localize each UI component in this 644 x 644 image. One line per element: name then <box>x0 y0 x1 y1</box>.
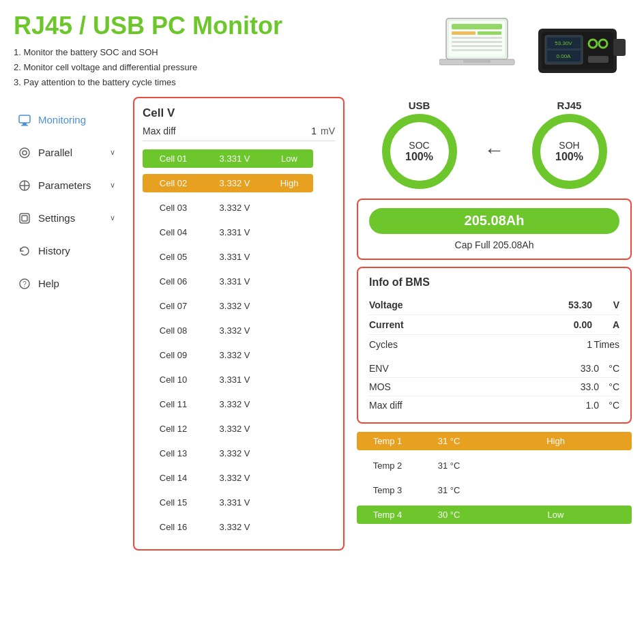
table-row: Cell 043.331 V <box>143 222 335 244</box>
cell-status: High <box>265 174 313 192</box>
temp-name: Temp 3 <box>357 481 418 499</box>
sidebar-item-help[interactable]: ? Help <box>7 267 126 300</box>
temp-value: 31 °C <box>418 432 480 450</box>
cell-voltage: 3.332 V <box>204 518 265 536</box>
header-points: 1. Monitor the battery SOC and SOH2. Mon… <box>14 45 282 90</box>
battery-device-icon: 53.30V 0.00A <box>535 15 630 76</box>
bms-row-unit: Times <box>592 339 619 350</box>
cell-name: Cell 05 <box>143 248 204 266</box>
table-row: Cell 023.332 VHigh <box>143 173 335 194</box>
sidebar-item-history[interactable]: History <box>7 235 126 267</box>
table-row: Cell 053.331 V <box>143 246 335 268</box>
bms-row: Cycles1Times <box>369 335 619 354</box>
temp-row: Temp 131 °CHigh <box>357 430 632 452</box>
env-unit: °C <box>599 363 619 374</box>
sidebar-item-parameters[interactable]: Parameters ∨ <box>7 169 126 202</box>
soc-label: SOC <box>409 140 429 151</box>
table-row: Cell 013.331 VLow <box>143 148 335 170</box>
temp-status: High <box>480 432 632 450</box>
svg-rect-4 <box>478 31 501 35</box>
table-row: Cell 113.332 V <box>143 394 335 415</box>
table-row: Cell 073.332 V <box>143 295 335 317</box>
sidebar: Monitoring Parallel ∨ Parameters ∨ Setti… <box>7 97 126 551</box>
svg-rect-22 <box>19 115 30 123</box>
cell-name: Cell 06 <box>143 272 204 291</box>
sidebar-item-parallel[interactable]: Parallel ∨ <box>7 136 126 169</box>
svg-rect-7 <box>452 45 502 47</box>
bms-row: Current0.00A <box>369 315 619 335</box>
env-row: ENV33.0°C <box>369 360 619 378</box>
soc-value: 100% <box>405 151 433 163</box>
usb-label: USB <box>409 100 430 111</box>
cell-voltage: 3.332 V <box>204 420 265 438</box>
capacity-panel: 205.08Ah Cap Full 205.08Ah <box>357 199 632 260</box>
cell-maxdiff-row: Max diff 1 mV <box>143 126 335 141</box>
bms-row-value: 1 <box>551 339 592 350</box>
cell-voltage: 3.332 V <box>204 174 265 192</box>
cell-name: Cell 11 <box>143 395 204 413</box>
env-unit: °C <box>599 381 619 392</box>
svg-rect-8 <box>452 49 502 51</box>
temp-row: Temp 231 °C <box>357 455 632 477</box>
svg-point-25 <box>20 148 29 158</box>
bms-panel: Info of BMS Voltage53.30VCurrent0.00ACyc… <box>357 267 632 424</box>
svg-rect-30 <box>20 214 29 223</box>
svg-rect-3 <box>452 31 475 35</box>
usb-rj45-section: USB SOC 100% ← RJ45 SOH 100% <box>357 97 632 189</box>
cell-name: Cell 08 <box>143 321 204 340</box>
env-label: ENV <box>369 363 558 374</box>
cell-voltage: 3.331 V <box>204 223 265 241</box>
soc-gauge: SOC 100% <box>382 114 457 189</box>
table-row: Cell 083.332 V <box>143 320 335 342</box>
cell-voltage: 3.332 V <box>204 297 265 315</box>
cell-voltage: 3.332 V <box>204 395 265 413</box>
soh-value: 100% <box>555 151 583 163</box>
temp-name: Temp 4 <box>357 506 418 524</box>
sidebar-parallel-label: Parallel <box>38 147 72 158</box>
sidebar-item-settings[interactable]: Settings ∨ <box>7 202 126 235</box>
table-row: Cell 133.332 V <box>143 443 335 465</box>
svg-rect-12 <box>613 39 626 56</box>
cell-name: Cell 15 <box>143 493 204 512</box>
soh-gauge: SOH 100% <box>532 114 607 189</box>
cell-name: Cell 16 <box>143 518 204 536</box>
svg-rect-24 <box>21 125 28 126</box>
right-panel: USB SOC 100% ← RJ45 SOH 100% 205.08Ah Ca… <box>351 97 637 551</box>
sidebar-item-monitoring[interactable]: Monitoring <box>7 104 126 136</box>
temp-section: Temp 131 °CHighTemp 231 °CTemp 331 °CTem… <box>357 430 632 526</box>
parallel-arrow: ∨ <box>110 148 115 157</box>
temp-row: Temp 430 °CLow <box>357 504 632 526</box>
table-row: Cell 163.332 V <box>143 516 335 538</box>
cell-name: Cell 03 <box>143 199 204 217</box>
temp-status: Low <box>480 506 632 524</box>
table-row: Cell 143.332 V <box>143 467 335 489</box>
cell-voltage: 3.332 V <box>204 199 265 217</box>
env-value: 33.0 <box>558 381 599 392</box>
sidebar-parameters-label: Parameters <box>38 179 91 191</box>
cap-full: Cap Full 205.08Ah <box>369 239 619 250</box>
help-icon: ? <box>18 277 31 291</box>
svg-point-26 <box>23 151 27 155</box>
cell-voltage: 3.332 V <box>204 346 265 364</box>
svg-text:53.30V: 53.30V <box>555 40 572 46</box>
header-left: RJ45 / USB PC Monitor 1. Monitor the bat… <box>14 12 282 90</box>
cell-name: Cell 14 <box>143 469 204 487</box>
cell-maxdiff-label: Max diff <box>143 126 311 136</box>
bms-row-value: 53.30 <box>551 299 592 310</box>
cell-voltage: 3.331 V <box>204 248 265 266</box>
soh-label: SOH <box>559 140 579 151</box>
env-row: MOS33.0°C <box>369 378 619 396</box>
table-row: Cell 153.331 V <box>143 492 335 514</box>
temp-value: 31 °C <box>418 481 480 499</box>
cells-container: Cell 013.331 VLowCell 023.332 VHighCell … <box>143 148 335 538</box>
cell-voltage: 3.332 V <box>204 321 265 340</box>
cell-panel-title: Cell V <box>143 106 335 120</box>
cell-panel: Cell V Max diff 1 mV Cell 013.331 VLowCe… <box>133 97 345 551</box>
cell-voltage: 3.331 V <box>204 149 265 168</box>
bms-rows-container: Voltage53.30VCurrent0.00ACycles1Times <box>369 295 619 354</box>
cell-status: Low <box>265 149 313 168</box>
rj45-gauge-container: RJ45 SOH 100% <box>532 100 607 189</box>
cell-voltage: 3.331 V <box>204 370 265 389</box>
cell-name: Cell 04 <box>143 223 204 241</box>
sidebar-history-label: History <box>38 245 70 257</box>
